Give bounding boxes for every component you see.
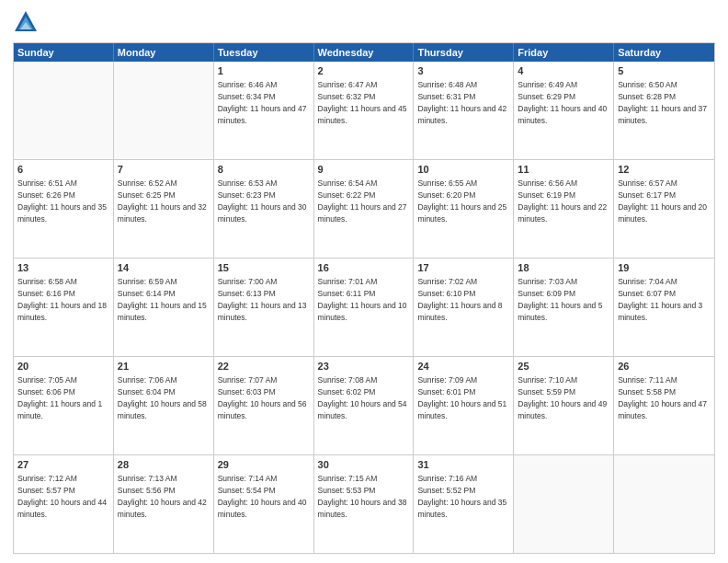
day-number: 30: [318, 458, 410, 472]
day-info: Sunrise: 7:07 AM Sunset: 6:03 PM Dayligh…: [218, 375, 309, 420]
day-info: Sunrise: 7:16 AM Sunset: 5:52 PM Dayligh…: [417, 474, 508, 519]
day-number: 3: [417, 64, 509, 78]
day-number: 5: [618, 64, 711, 78]
day-number: 29: [218, 458, 310, 472]
day-number: 2: [318, 64, 410, 78]
empty-cell: [514, 455, 614, 553]
day-info: Sunrise: 6:57 AM Sunset: 6:17 PM Dayligh…: [618, 178, 709, 224]
day-info: Sunrise: 7:11 AM Sunset: 5:58 PM Dayligh…: [618, 375, 709, 420]
day-info: Sunrise: 6:47 AM Sunset: 6:32 PM Dayligh…: [318, 80, 409, 125]
empty-cell: [614, 455, 714, 553]
day-cell-6: 6Sunrise: 6:51 AM Sunset: 6:26 PM Daylig…: [14, 160, 114, 258]
header-monday: Monday: [114, 43, 214, 62]
header-friday: Friday: [514, 43, 614, 62]
day-info: Sunrise: 6:52 AM Sunset: 6:25 PM Dayligh…: [118, 178, 209, 224]
day-cell-9: 9Sunrise: 6:54 AM Sunset: 6:22 PM Daylig…: [314, 160, 415, 258]
day-info: Sunrise: 6:58 AM Sunset: 6:16 PM Dayligh…: [17, 277, 108, 322]
header: [13, 9, 715, 35]
day-info: Sunrise: 7:01 AM Sunset: 6:11 PM Dayligh…: [318, 277, 409, 322]
day-info: Sunrise: 7:04 AM Sunset: 6:07 PM Dayligh…: [618, 277, 705, 322]
day-cell-27: 27Sunrise: 7:12 AM Sunset: 5:57 PM Dayli…: [14, 455, 114, 553]
day-cell-15: 15Sunrise: 7:00 AM Sunset: 6:13 PM Dayli…: [214, 259, 314, 356]
day-number: 15: [218, 261, 310, 275]
day-number: 23: [318, 360, 410, 373]
logo: [13, 9, 42, 35]
day-number: 9: [318, 163, 410, 177]
empty-cell: [14, 62, 114, 159]
day-cell-21: 21Sunrise: 7:06 AM Sunset: 6:04 PM Dayli…: [114, 357, 214, 454]
calendar: SundayMondayTuesdayWednesdayThursdayFrid…: [13, 42, 715, 554]
day-info: Sunrise: 7:13 AM Sunset: 5:56 PM Dayligh…: [118, 474, 209, 519]
day-number: 4: [518, 64, 609, 78]
day-info: Sunrise: 7:14 AM Sunset: 5:54 PM Dayligh…: [218, 474, 309, 519]
empty-cell: [114, 62, 214, 159]
day-number: 20: [17, 360, 109, 373]
day-info: Sunrise: 6:48 AM Sunset: 6:31 PM Dayligh…: [417, 80, 508, 125]
day-number: 22: [218, 360, 310, 373]
day-number: 11: [518, 163, 609, 177]
day-number: 6: [17, 163, 109, 177]
day-info: Sunrise: 7:12 AM Sunset: 5:57 PM Dayligh…: [17, 474, 108, 519]
day-cell-25: 25Sunrise: 7:10 AM Sunset: 5:59 PM Dayli…: [514, 357, 614, 454]
day-cell-23: 23Sunrise: 7:08 AM Sunset: 6:02 PM Dayli…: [314, 357, 415, 454]
day-info: Sunrise: 7:03 AM Sunset: 6:09 PM Dayligh…: [518, 277, 605, 322]
day-cell-11: 11Sunrise: 6:56 AM Sunset: 6:19 PM Dayli…: [514, 160, 614, 258]
day-info: Sunrise: 6:55 AM Sunset: 6:20 PM Dayligh…: [417, 178, 508, 224]
day-info: Sunrise: 6:50 AM Sunset: 6:28 PM Dayligh…: [618, 80, 709, 125]
day-cell-7: 7Sunrise: 6:52 AM Sunset: 6:25 PM Daylig…: [114, 160, 214, 258]
day-cell-4: 4Sunrise: 6:49 AM Sunset: 6:29 PM Daylig…: [514, 62, 614, 159]
week-row-4: 27Sunrise: 7:12 AM Sunset: 5:57 PM Dayli…: [14, 455, 714, 553]
header-sunday: Sunday: [14, 43, 114, 62]
day-cell-12: 12Sunrise: 6:57 AM Sunset: 6:17 PM Dayli…: [614, 160, 714, 258]
day-number: 31: [417, 458, 509, 472]
day-info: Sunrise: 6:46 AM Sunset: 6:34 PM Dayligh…: [218, 80, 309, 125]
day-info: Sunrise: 7:10 AM Sunset: 5:59 PM Dayligh…: [518, 375, 609, 420]
day-cell-19: 19Sunrise: 7:04 AM Sunset: 6:07 PM Dayli…: [614, 259, 714, 356]
day-info: Sunrise: 7:05 AM Sunset: 6:06 PM Dayligh…: [17, 375, 105, 420]
calendar-header: SundayMondayTuesdayWednesdayThursdayFrid…: [14, 43, 714, 62]
header-tuesday: Tuesday: [214, 43, 314, 62]
day-cell-3: 3Sunrise: 6:48 AM Sunset: 6:31 PM Daylig…: [414, 62, 514, 159]
day-number: 24: [417, 360, 509, 373]
day-number: 10: [417, 163, 509, 177]
day-cell-22: 22Sunrise: 7:07 AM Sunset: 6:03 PM Dayli…: [214, 357, 314, 454]
day-number: 7: [118, 163, 210, 177]
day-info: Sunrise: 6:53 AM Sunset: 6:23 PM Dayligh…: [218, 178, 309, 224]
day-info: Sunrise: 6:56 AM Sunset: 6:19 PM Dayligh…: [518, 178, 609, 224]
day-number: 17: [417, 261, 509, 275]
week-row-2: 13Sunrise: 6:58 AM Sunset: 6:16 PM Dayli…: [14, 259, 714, 357]
day-info: Sunrise: 7:00 AM Sunset: 6:13 PM Dayligh…: [218, 277, 309, 322]
day-info: Sunrise: 7:09 AM Sunset: 6:01 PM Dayligh…: [417, 375, 508, 420]
day-number: 19: [618, 261, 711, 275]
day-number: 25: [518, 360, 609, 373]
day-info: Sunrise: 7:06 AM Sunset: 6:04 PM Dayligh…: [118, 375, 209, 420]
day-cell-18: 18Sunrise: 7:03 AM Sunset: 6:09 PM Dayli…: [514, 259, 614, 356]
day-number: 26: [618, 360, 711, 373]
day-cell-10: 10Sunrise: 6:55 AM Sunset: 6:20 PM Dayli…: [414, 160, 514, 258]
day-number: 8: [218, 163, 310, 177]
day-cell-30: 30Sunrise: 7:15 AM Sunset: 5:53 PM Dayli…: [314, 455, 415, 553]
week-row-1: 6Sunrise: 6:51 AM Sunset: 6:26 PM Daylig…: [14, 160, 714, 259]
day-number: 18: [518, 261, 609, 275]
header-wednesday: Wednesday: [314, 43, 415, 62]
day-cell-24: 24Sunrise: 7:09 AM Sunset: 6:01 PM Dayli…: [414, 357, 514, 454]
day-info: Sunrise: 7:15 AM Sunset: 5:53 PM Dayligh…: [318, 474, 409, 519]
day-cell-16: 16Sunrise: 7:01 AM Sunset: 6:11 PM Dayli…: [314, 259, 415, 356]
day-cell-5: 5Sunrise: 6:50 AM Sunset: 6:28 PM Daylig…: [614, 62, 714, 159]
day-number: 14: [118, 261, 210, 275]
day-cell-29: 29Sunrise: 7:14 AM Sunset: 5:54 PM Dayli…: [214, 455, 314, 553]
day-number: 21: [118, 360, 210, 373]
day-cell-31: 31Sunrise: 7:16 AM Sunset: 5:52 PM Dayli…: [414, 455, 514, 553]
day-info: Sunrise: 6:51 AM Sunset: 6:26 PM Dayligh…: [17, 178, 108, 224]
day-number: 27: [17, 458, 109, 472]
week-row-3: 20Sunrise: 7:05 AM Sunset: 6:06 PM Dayli…: [14, 357, 714, 455]
day-cell-14: 14Sunrise: 6:59 AM Sunset: 6:14 PM Dayli…: [114, 259, 214, 356]
day-info: Sunrise: 6:59 AM Sunset: 6:14 PM Dayligh…: [118, 277, 209, 322]
day-cell-26: 26Sunrise: 7:11 AM Sunset: 5:58 PM Dayli…: [614, 357, 714, 454]
day-cell-17: 17Sunrise: 7:02 AM Sunset: 6:10 PM Dayli…: [414, 259, 514, 356]
logo-icon: [13, 9, 39, 35]
day-info: Sunrise: 7:02 AM Sunset: 6:10 PM Dayligh…: [417, 277, 505, 322]
header-saturday: Saturday: [614, 43, 714, 62]
week-row-0: 1Sunrise: 6:46 AM Sunset: 6:34 PM Daylig…: [14, 62, 714, 160]
day-number: 13: [17, 261, 109, 275]
